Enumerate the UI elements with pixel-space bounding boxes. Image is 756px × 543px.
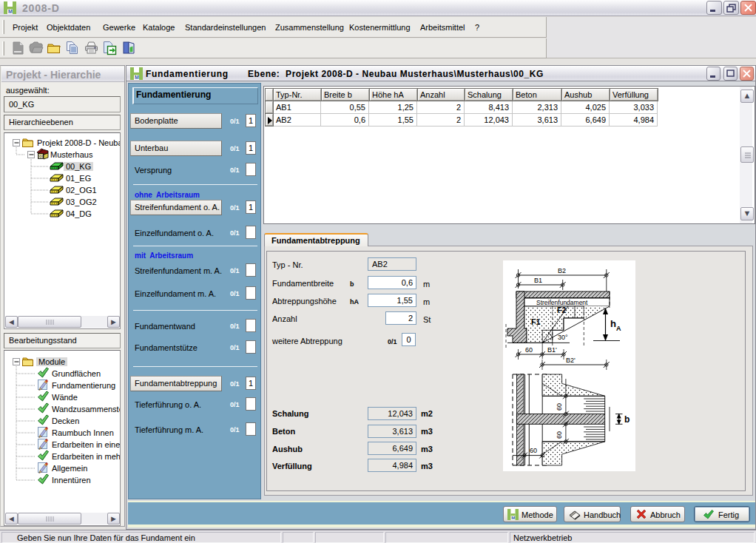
svg-text:60: 60: [525, 346, 533, 354]
svg-text:30°: 30°: [558, 334, 568, 341]
svg-text:b: b: [624, 414, 630, 425]
svg-text:A: A: [616, 325, 621, 332]
svg-text:h: h: [610, 318, 616, 329]
svg-text:60: 60: [556, 403, 563, 411]
svg-text:B1: B1: [534, 277, 542, 284]
svg-text:M: M: [8, 9, 13, 14]
svg-text:F1: F1: [531, 317, 540, 326]
svg-text:60: 60: [530, 447, 537, 454]
svg-text:F2: F2: [557, 306, 566, 314]
svg-text:B2': B2': [566, 357, 576, 364]
svg-text:60: 60: [556, 431, 563, 439]
svg-text:M: M: [511, 515, 515, 520]
svg-text:B1': B1': [547, 346, 557, 354]
svg-text:M: M: [135, 75, 139, 80]
svg-text:B2: B2: [558, 267, 566, 274]
